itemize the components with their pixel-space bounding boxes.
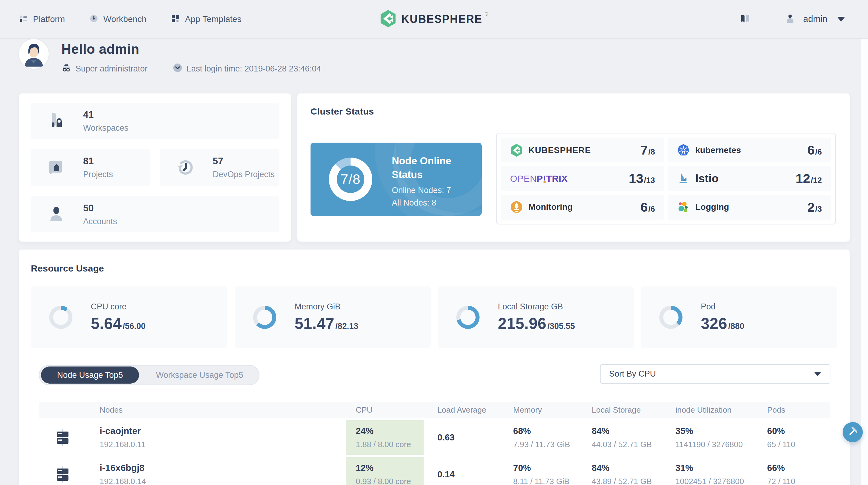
metric-total: /880 bbox=[728, 322, 745, 331]
stat-devops[interactable]: 57 DevOps Projects bbox=[160, 149, 279, 186]
devops-count: 57 bbox=[213, 156, 275, 167]
node-name[interactable]: i-caojnter bbox=[100, 426, 146, 436]
metric-label: CPU core bbox=[91, 302, 146, 312]
memory-cell: 70% 8.11 / 11.73 GiB bbox=[513, 463, 592, 485]
stat-accounts[interactable]: 50 Accounts bbox=[31, 196, 279, 232]
nav-item-label: Workbench bbox=[103, 14, 146, 24]
devops-projects-icon bbox=[176, 158, 196, 177]
service-logging: Logging 2/3 bbox=[668, 195, 831, 220]
accounts-count: 50 bbox=[83, 203, 117, 214]
metric-cpu: CPU core 5.64/56.00 bbox=[31, 287, 227, 348]
stat-projects[interactable]: 81 Projects bbox=[31, 149, 150, 186]
workspaces-count: 41 bbox=[83, 109, 128, 120]
nav-item-platform[interactable]: Platform bbox=[19, 14, 65, 25]
pod-donut bbox=[659, 306, 682, 329]
metric-local-storage: Local Storage GB 215.96/305.55 bbox=[438, 287, 634, 348]
inode-cell: 35% 1141190 / 3276800 bbox=[676, 426, 767, 449]
service-value: 6 bbox=[807, 142, 814, 158]
last-login: Last login time: 2019-06-28 23:46:04 bbox=[173, 63, 321, 75]
service-name: kubernetes bbox=[695, 146, 741, 155]
col-inode-utilization: inode Utilization bbox=[676, 405, 767, 415]
role-label: Super administrator bbox=[75, 64, 148, 74]
service-openpitrix: OPENP!TRIX 13/13 bbox=[501, 166, 664, 191]
sort-by-value: Sort By CPU bbox=[609, 369, 656, 379]
metric-total: /82.13 bbox=[335, 322, 358, 331]
col-local-storage: Local Storage bbox=[592, 405, 676, 415]
accounts-icon bbox=[46, 205, 66, 224]
platform-icon bbox=[19, 14, 28, 25]
user-icon bbox=[785, 14, 795, 25]
metric-total: /56.00 bbox=[123, 322, 146, 331]
kubesphere-logo[interactable]: KUBESPHERE ® bbox=[380, 9, 488, 29]
inode-cell: 31% 1002451 / 3276800 bbox=[676, 463, 767, 485]
tab-node-usage-top5[interactable]: Node Usage Top5 bbox=[41, 366, 139, 384]
resource-usage-title: Resource Usage bbox=[31, 263, 104, 273]
tab-workspace-usage-top5[interactable]: Workspace Usage Top5 bbox=[139, 370, 260, 380]
cpu-cell: 24% 1.88 / 8.00 core bbox=[346, 420, 424, 455]
kubernetes-icon bbox=[677, 144, 690, 157]
istio-icon bbox=[677, 172, 690, 185]
metric-used: 5.64 bbox=[91, 315, 122, 333]
page-greeting: Hello admin bbox=[61, 41, 321, 57]
sort-by-dropdown[interactable]: Sort By CPU bbox=[600, 364, 830, 384]
nav-item-workbench[interactable]: Workbench bbox=[89, 14, 146, 25]
table-row[interactable]: i-caojnter 192.168.0.11 24% 1.88 / 8.00 … bbox=[39, 420, 830, 455]
col-load-average: Load Average bbox=[424, 405, 513, 415]
scrollbar[interactable] bbox=[861, 39, 868, 485]
node-online-ratio: 7/8 bbox=[329, 158, 372, 201]
kubesphere-logo-icon bbox=[380, 9, 396, 29]
storage-donut bbox=[456, 306, 479, 329]
service-total: /8 bbox=[648, 147, 655, 157]
service-name: Istio bbox=[695, 172, 718, 185]
node-ip: 192.168.0.14 bbox=[100, 477, 146, 485]
chevron-down-icon bbox=[837, 17, 845, 22]
metric-used: 51.47 bbox=[294, 315, 334, 333]
service-total: /3 bbox=[815, 204, 822, 214]
node-online-title: Node Online Status bbox=[392, 154, 474, 182]
service-kubernetes: kubernetes 6/6 bbox=[668, 138, 831, 162]
service-total: /13 bbox=[644, 175, 655, 185]
avatar[interactable] bbox=[19, 39, 49, 69]
metric-label: Memory GiB bbox=[294, 302, 358, 312]
greeting-block: Hello admin Super administrator Last log… bbox=[61, 39, 321, 75]
user-menu[interactable]: admin bbox=[785, 14, 845, 25]
accounts-label: Accounts bbox=[83, 217, 117, 226]
cluster-status-card: Cluster Status 7/8 Node Online Status On… bbox=[298, 93, 850, 241]
username-label: admin bbox=[803, 14, 827, 24]
cpu-cell: 12% 0.93 / 8.00 core bbox=[346, 457, 424, 485]
usage-tabs: Node Usage Top5 Workspace Usage Top5 bbox=[39, 365, 259, 385]
logging-icon bbox=[677, 201, 690, 214]
load-cell: 0.63 bbox=[424, 432, 513, 443]
last-login-label: Last login time: 2019-06-28 23:46:04 bbox=[187, 64, 321, 74]
node-name[interactable]: i-16x6bgj8 bbox=[100, 463, 146, 473]
service-total: /6 bbox=[815, 147, 822, 157]
toolbox-fab-button[interactable] bbox=[843, 422, 863, 442]
greeting-header: Hello admin Super administrator Last log… bbox=[19, 39, 321, 75]
table-row[interactable]: i-16x6bgj8 192.168.0.14 12% 0.93 / 8.00 … bbox=[39, 457, 830, 485]
storage-cell: 84% 44.03 / 52.71 GB bbox=[592, 426, 676, 449]
monitoring-prometheus-icon bbox=[510, 201, 523, 214]
projects-icon bbox=[46, 158, 66, 177]
all-nodes-label: All Nodes: 8 bbox=[392, 198, 474, 208]
service-value: 12 bbox=[796, 171, 810, 186]
memory-donut bbox=[253, 306, 276, 329]
logo-wordmark: KUBESPHERE bbox=[401, 13, 482, 26]
stat-workspaces[interactable]: 41 Workspaces bbox=[31, 103, 279, 139]
storage-cell: 84% 43.89 / 52.71 GB bbox=[592, 463, 676, 485]
logo-registered-mark: ® bbox=[485, 11, 488, 17]
hammer-icon bbox=[847, 426, 859, 439]
metric-total: /305.55 bbox=[548, 322, 575, 331]
role-icon bbox=[61, 63, 71, 74]
col-cpu: CPU bbox=[346, 405, 424, 415]
metric-label: Pod bbox=[701, 302, 744, 312]
node-online-card: 7/8 Node Online Status Online Nodes: 7 A… bbox=[311, 142, 482, 216]
workspaces-icon bbox=[46, 111, 66, 131]
service-value: 7 bbox=[640, 142, 648, 158]
docs-book-icon[interactable] bbox=[740, 14, 750, 25]
metric-pod: Pod 326/880 bbox=[641, 287, 837, 348]
cluster-services-grid: KUBESPHERE 7/8 kubernetes 6/6 OPENP!TRIX… bbox=[496, 133, 836, 224]
nav-item-app-templates[interactable]: App Templates bbox=[171, 14, 242, 25]
nav-item-label: App Templates bbox=[185, 14, 242, 24]
resource-usage-card: Resource Usage CPU core 5.64/56.00 Memor… bbox=[19, 250, 850, 485]
nav-right: admin bbox=[740, 14, 845, 25]
